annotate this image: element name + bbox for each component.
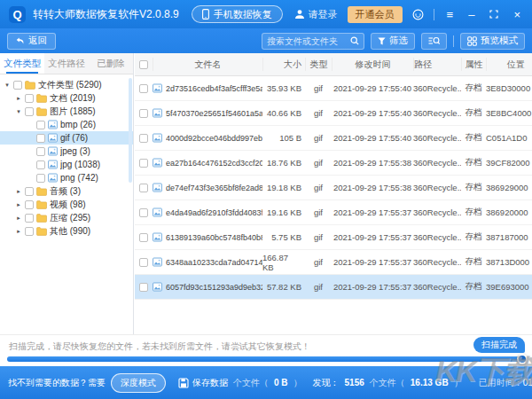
tree-item[interactable]: ▸ 其他 (990) (0, 224, 133, 238)
folder-icon (36, 214, 47, 223)
tree-expand-arrow[interactable]: ▾ (15, 108, 22, 115)
tab-deleted[interactable]: 已删除 (89, 53, 133, 74)
tree-item[interactable]: ▸ 压缩 (295) (0, 211, 133, 224)
row-checkbox[interactable] (139, 134, 148, 143)
tree-expand-arrow[interactable]: ▸ (15, 95, 22, 102)
row-checkbox[interactable] (139, 258, 148, 267)
table-row[interactable]: de74ef743f3e365bf8fe2ad8... 19.18 KB gif… (135, 176, 532, 200)
column-header-loc[interactable]: 位置 (486, 58, 532, 71)
image-file-icon (48, 120, 58, 129)
filter-button[interactable]: 筛选 (371, 33, 415, 50)
tree-checkbox[interactable] (25, 200, 34, 209)
tree-item[interactable]: ▾ 图片 (1885) (0, 105, 133, 118)
tree-item[interactable]: bmp (26) (0, 118, 133, 131)
table-row[interactable]: 6057fd93c151293a9d9eb32... 57.82 KB gif … (135, 275, 532, 300)
tree-expand-arrow[interactable]: ▸ (15, 215, 22, 222)
file-type: gif (305, 108, 332, 118)
minimize-button[interactable]: – (466, 7, 477, 22)
deep-mode-button[interactable]: 深度模式 (111, 373, 166, 393)
tree-checkbox[interactable] (25, 214, 34, 223)
file-mtime: 2021-09-29 17:55:37 (332, 207, 413, 217)
image-file-icon (48, 146, 58, 156)
scan-status-area: 扫描完成，请尽快恢复您的文件，若未找到所需文件，请尝试其它恢复模式！ 扫描完成 (0, 334, 532, 366)
file-name: 5f470370e25651f54601a5a6... (166, 109, 262, 118)
preview-mode-button[interactable]: 预览模式 (460, 33, 525, 50)
table-row[interactable]: 2d73516cedb4f3af5cfff3e5a... 35.93 KB gi… (135, 76, 532, 101)
tree-checkbox[interactable] (25, 227, 34, 236)
table-row[interactable]: ea27b164c476152cd3ccf20... 18.76 KB gif … (135, 151, 532, 176)
back-button[interactable]: 返回 (7, 33, 56, 50)
tree-item[interactable]: jpeg (3) (0, 145, 133, 158)
table-row[interactable]: 4000d92bcce046bdd997eb... 105 B gif 2021… (135, 126, 532, 151)
select-all-checkbox[interactable] (139, 60, 148, 69)
file-path: 360Recycle... (413, 232, 461, 242)
tree-item[interactable]: ▸ 文档 (2019) (0, 91, 133, 105)
image-file-icon (153, 158, 162, 168)
vip-button[interactable]: 开通会员 (348, 6, 403, 23)
tree-checkbox[interactable] (36, 160, 45, 169)
tree-checkbox[interactable] (25, 107, 34, 116)
tree-checkbox[interactable] (36, 134, 45, 143)
column-header-size[interactable]: 大小 (262, 58, 305, 71)
tree-expand-arrow[interactable]: ▸ (15, 228, 22, 235)
scan-complete-badge: 扫描完成 (473, 337, 525, 353)
file-size: 18.76 KB (262, 158, 305, 168)
tab-file-type[interactable]: 文件类型 (0, 53, 44, 74)
tree-checkbox[interactable] (13, 81, 22, 90)
maximize-button[interactable] (487, 8, 501, 20)
tree-item[interactable]: jpg (1038) (0, 158, 133, 171)
tree-expand-arrow[interactable]: ▾ (4, 82, 11, 89)
tree-expand-arrow[interactable]: ▸ (15, 188, 22, 195)
row-checkbox[interactable] (139, 159, 148, 168)
search-in-results-button[interactable] (421, 33, 447, 50)
menu-button[interactable]: ≡ (444, 7, 457, 22)
row-checkbox[interactable] (139, 233, 148, 242)
row-checkbox[interactable] (139, 184, 148, 192)
column-header-attr[interactable]: 属性 (461, 58, 486, 71)
row-checkbox[interactable] (139, 109, 148, 118)
file-attr: 存档 (461, 82, 486, 94)
tree-checkbox[interactable] (25, 94, 34, 103)
column-header-name[interactable]: 文件名 (153, 58, 262, 71)
image-file-icon (153, 232, 162, 242)
tree-checkbox[interactable] (25, 187, 34, 196)
tree-item[interactable]: ▸ 视频 (98) (0, 198, 133, 211)
filter-label: 筛选 (389, 35, 408, 47)
table-row[interactable]: 5f470370e25651f54601a5a6... 40.66 KB gif… (135, 101, 532, 126)
image-file-icon (153, 207, 162, 217)
column-header-type[interactable]: 类型 (305, 58, 332, 71)
customer-service-icon[interactable] (412, 9, 424, 20)
folder-icon (36, 94, 47, 103)
column-header-path[interactable]: 路径 (413, 58, 461, 71)
tree-checkbox[interactable] (36, 147, 45, 156)
app-logo-letter: Q (12, 8, 21, 21)
row-checkbox[interactable] (139, 208, 148, 217)
phone-recovery-button[interactable]: 手机数据恢复 (192, 5, 283, 23)
tree-item[interactable]: gif (76) (0, 131, 133, 145)
file-name: 2d73516cedb4f3af5cfff3e5a... (166, 84, 262, 93)
search-icon[interactable] (350, 36, 359, 45)
tree-checkbox[interactable] (36, 174, 45, 183)
tree-expand-arrow[interactable]: ▸ (15, 201, 22, 208)
row-checkbox[interactable] (139, 84, 148, 93)
tree-item[interactable]: ▸ 音频 (3) (0, 184, 133, 198)
column-header-mtime[interactable]: 修改时间 (332, 58, 413, 71)
file-table: 文件名 大小 类型 修改时间 路径 属性 位置 2d73516cedb4f3af… (135, 53, 532, 334)
table-row[interactable]: e4da49ad6f2910f3fdd4083f... 19.16 KB gif… (135, 200, 532, 225)
saved-files-prefix: 个文件（ (233, 377, 269, 389)
row-checkbox[interactable] (139, 283, 148, 292)
table-row[interactable]: 6348aa10233cda7ad047146... 166.87 KB gif… (135, 250, 532, 275)
file-location: 386929000 (486, 183, 532, 192)
tree-item[interactable]: ▾ 文件类型 (5290) (0, 78, 133, 91)
login-button[interactable]: 请登录 (294, 8, 338, 21)
tree-checkbox[interactable] (36, 121, 45, 129)
table-row[interactable]: 61389139a60bc5748fb40b8... 5.75 KB gif 2… (135, 225, 532, 250)
close-button[interactable]: × (511, 7, 523, 22)
sidebar-scrollbar[interactable] (129, 78, 132, 183)
save-data-button[interactable]: 保存数据 (178, 377, 228, 389)
tree-item[interactable]: png (742) (0, 171, 133, 184)
file-mtime: 2021-09-29 17:55:38 (332, 158, 413, 168)
tab-file-path[interactable]: 文件路径 (44, 53, 89, 74)
file-path: 360Recycle... (413, 183, 461, 192)
search-input[interactable] (267, 36, 347, 46)
